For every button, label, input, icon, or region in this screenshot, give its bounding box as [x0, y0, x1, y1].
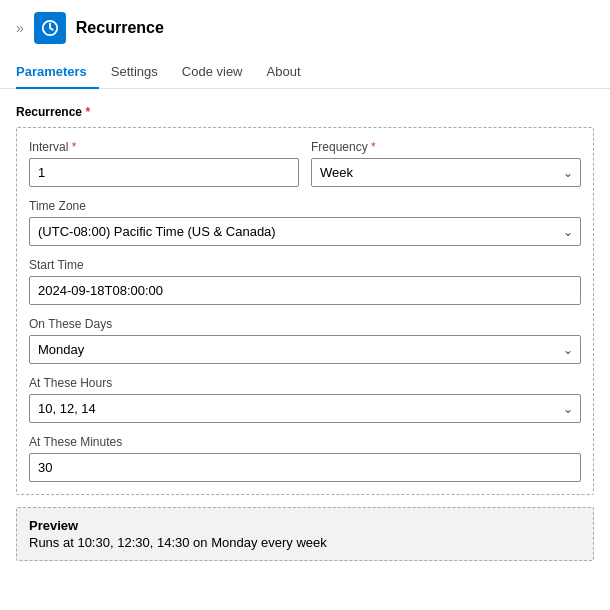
on-these-days-group: On These Days Monday Tuesday Wednesday T…	[29, 317, 581, 364]
at-these-hours-select[interactable]: 10, 12, 14	[29, 394, 581, 423]
recurrence-container: Interval * Frequency * Week Second Minut…	[16, 127, 594, 495]
timezone-select[interactable]: (UTC-08:00) Pacific Time (US & Canada)	[29, 217, 581, 246]
on-these-days-select-wrapper: Monday Tuesday Wednesday Thursday Friday…	[29, 335, 581, 364]
interval-frequency-row: Interval * Frequency * Week Second Minut…	[29, 140, 581, 187]
tab-about[interactable]: About	[255, 56, 313, 89]
preview-text: Runs at 10:30, 12:30, 14:30 on Monday ev…	[29, 535, 581, 550]
app-title: Recurrence	[76, 19, 164, 37]
tab-bar: Parameters Settings Code view About	[0, 56, 610, 89]
main-content: Recurrence Interval * Frequency * Week S…	[0, 89, 610, 577]
start-time-input[interactable]	[29, 276, 581, 305]
frequency-label: Frequency *	[311, 140, 581, 154]
app-icon	[34, 12, 66, 44]
start-time-group: Start Time	[29, 258, 581, 305]
expand-icon[interactable]: »	[16, 20, 24, 36]
recurrence-section-label: Recurrence	[16, 105, 594, 119]
timezone-label: Time Zone	[29, 199, 581, 213]
tab-settings[interactable]: Settings	[99, 56, 170, 89]
timezone-group: Time Zone (UTC-08:00) Pacific Time (US &…	[29, 199, 581, 246]
app-header: » Recurrence	[0, 0, 610, 56]
frequency-col: Frequency * Week Second Minute Hour Day …	[311, 140, 581, 187]
interval-label: Interval *	[29, 140, 299, 154]
at-these-minutes-label: At These Minutes	[29, 435, 581, 449]
at-these-hours-label: At These Hours	[29, 376, 581, 390]
on-these-days-select[interactable]: Monday Tuesday Wednesday Thursday Friday…	[29, 335, 581, 364]
at-these-hours-select-wrapper: 10, 12, 14 ⌄	[29, 394, 581, 423]
preview-title: Preview	[29, 518, 581, 533]
at-these-minutes-input[interactable]	[29, 453, 581, 482]
at-these-hours-group: At These Hours 10, 12, 14 ⌄	[29, 376, 581, 423]
tab-codeview[interactable]: Code view	[170, 56, 255, 89]
interval-col: Interval *	[29, 140, 299, 187]
preview-box: Preview Runs at 10:30, 12:30, 14:30 on M…	[16, 507, 594, 561]
tab-parameters[interactable]: Parameters	[16, 56, 99, 89]
frequency-select-wrapper: Week Second Minute Hour Day Month ⌄	[311, 158, 581, 187]
at-these-minutes-group: At These Minutes	[29, 435, 581, 482]
interval-input[interactable]	[29, 158, 299, 187]
frequency-select[interactable]: Week Second Minute Hour Day Month	[311, 158, 581, 187]
start-time-label: Start Time	[29, 258, 581, 272]
on-these-days-label: On These Days	[29, 317, 581, 331]
timezone-select-wrapper: (UTC-08:00) Pacific Time (US & Canada) ⌄	[29, 217, 581, 246]
